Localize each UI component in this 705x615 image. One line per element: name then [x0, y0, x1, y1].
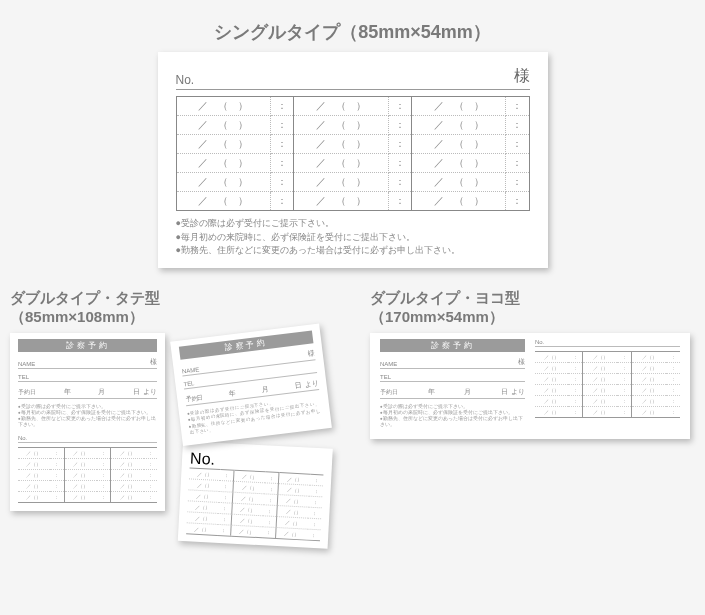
table-cell-time: ：: [506, 192, 529, 211]
table-cell-time: ：: [506, 97, 529, 116]
yoko-mini-table: ／（）：／（）：／（）：／（）：／（）：／（）：／（）：／（）：／（）：／（）：…: [535, 351, 680, 418]
table-cell-date: ／ （ ）: [411, 173, 505, 192]
yoko-bar: 診察予約: [380, 339, 525, 352]
tate-bar: 診察予約: [18, 339, 157, 352]
table-cell-date: ／ （ ）: [176, 154, 270, 173]
single-card: No. 様 ／ （ ）：／ （ ）：／ （ ）：／ （ ）：／ （ ）：／ （ …: [158, 52, 548, 268]
table-cell-time: ：: [388, 192, 411, 211]
table-cell-time: ：: [270, 173, 293, 192]
tate-notes: ●受診の際は必ず受付にご提示下さい。●毎月初めの来院時に、必ず保険証を受付にご提…: [18, 404, 157, 429]
table-cell-date: ／ （ ）: [411, 97, 505, 116]
yoko-name-field: NAME様: [380, 357, 525, 369]
yoko-yoyaku-field: 予約日 年 月 日 より: [380, 387, 525, 399]
tate-tel-field: TEL: [18, 374, 157, 382]
tate-no-label: No.: [18, 435, 157, 443]
table-cell-date: ／ （ ）: [294, 192, 388, 211]
note-line: ●受診の際は必ず受付にご提示下さい。: [176, 217, 530, 231]
table-cell-date: ／ （ ）: [294, 97, 388, 116]
yoko-no-label: No.: [535, 339, 680, 347]
table-cell-time: ：: [506, 135, 529, 154]
note-line: ●勤務先、住所などに変更のあった場合は受付に必ずお申し出下さい。: [176, 244, 530, 258]
tate-card-flat: 診察予約 NAME様 TEL 予約日 年 月 日 より ●受診の際は必ず受付にご…: [10, 333, 165, 511]
tate-title: ダブルタイプ・タテ型 （85mm×108mm）: [10, 288, 350, 327]
tate-mini-table: ／（）：／（）：／（）：／（）：／（）：／（）：／（）：／（）：／（）：／（）：…: [18, 447, 157, 503]
table-cell-date: ／ （ ）: [176, 135, 270, 154]
yoko-tel-field: TEL: [380, 374, 525, 382]
table-cell-date: ／ （ ）: [294, 135, 388, 154]
yoko-card: 診察予約 NAME様 TEL 予約日 年 月 日 より ●受診の際は必ず受付にご…: [370, 333, 690, 439]
table-cell-date: ／ （ ）: [294, 154, 388, 173]
table-cell-time: ：: [506, 173, 529, 192]
table-cell-date: ／ （ ）: [176, 192, 270, 211]
sama-label: 様: [514, 66, 530, 87]
table-cell-time: ：: [388, 97, 411, 116]
table-cell-time: ：: [388, 154, 411, 173]
table-cell-time: ：: [388, 135, 411, 154]
table-cell-time: ：: [270, 116, 293, 135]
table-cell-time: ：: [506, 116, 529, 135]
table-cell-date: ／ （ ）: [411, 192, 505, 211]
yoko-title: ダブルタイプ・ヨコ型 （170mm×54mm）: [370, 288, 695, 327]
table-cell-date: ／ （ ）: [411, 116, 505, 135]
table-cell-time: ：: [270, 192, 293, 211]
table-cell-date: ／ （ ）: [176, 116, 270, 135]
table-cell-date: ／ （ ）: [176, 173, 270, 192]
table-cell-time: ：: [270, 97, 293, 116]
table-cell-date: ／ （ ）: [176, 97, 270, 116]
tate-card-folded: 診察予約 NAME様 TEL 予約日 年 月 日 より ●受診の際は必ず受付にご…: [173, 333, 348, 553]
table-cell-time: ：: [270, 154, 293, 173]
tate-yoyaku-field: 予約日 年 月 日 より: [18, 387, 157, 399]
table-cell-time: ：: [506, 154, 529, 173]
single-appointment-table: ／ （ ）：／ （ ）：／ （ ）：／ （ ）：／ （ ）：／ （ ）：／ （ …: [176, 96, 530, 211]
table-cell-time: ：: [270, 135, 293, 154]
table-cell-time: ：: [388, 173, 411, 192]
table-cell-time: ：: [388, 116, 411, 135]
note-line: ●毎月初めの来院時に、必ず保険証を受付にご提出下さい。: [176, 231, 530, 245]
table-cell-date: ／ （ ）: [411, 135, 505, 154]
table-cell-date: ／ （ ）: [294, 173, 388, 192]
table-cell-date: ／ （ ）: [294, 116, 388, 135]
tate-name-field: NAME様: [18, 357, 157, 369]
single-notes: ●受診の際は必ず受付にご提示下さい。●毎月初めの来院時に、必ず保険証を受付にご提…: [176, 217, 530, 258]
no-label: No.: [176, 73, 195, 87]
yoko-notes: ●受診の際は必ず受付にご提示下さい。●毎月初めの来院時に、必ず保険証を受付にご提…: [380, 404, 525, 429]
table-cell-date: ／ （ ）: [411, 154, 505, 173]
single-title: シングルタイプ（85mm×54mm）: [10, 20, 695, 44]
